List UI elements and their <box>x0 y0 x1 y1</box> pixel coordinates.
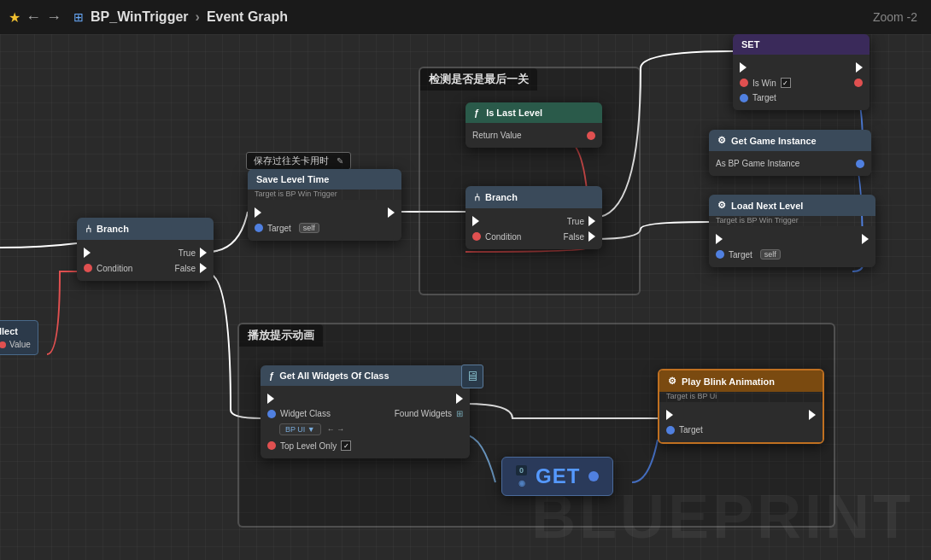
gear-icon: ⚙ <box>717 135 726 146</box>
is-last-return-label: Return Value <box>472 131 522 140</box>
widget-class-pin <box>267 410 276 418</box>
set-iswin-checkbox[interactable]: ✓ <box>781 78 791 88</box>
branch2-false-label: False <box>564 232 584 242</box>
save-comment-text: 保存过往关卡用时 <box>254 155 329 166</box>
get-node-label: GET <box>536 464 580 488</box>
is-last-level-node: ƒ Is Last Level Return Value <box>466 102 602 148</box>
play-blink-header: ⚙ Play Blink Animation <box>659 370 823 392</box>
top-level-checkbox[interactable]: ✓ <box>341 440 351 451</box>
get-widgets-exec-in-pin <box>267 394 274 404</box>
branch1-title: Branch <box>97 224 129 234</box>
get-widgets-exec-out-pin <box>456 394 463 404</box>
get-game-instance-as-row: As BP Game Instance <box>709 156 871 171</box>
widget-class-val-row: BP UI ▼ ← → <box>261 421 470 438</box>
comment-detect-label: 检测是否是最后一关 <box>420 68 537 90</box>
load-target-row: Target self <box>709 247 875 262</box>
function-icon: ƒ <box>474 108 479 118</box>
set-node: SET Is Win ✓ Target <box>733 34 870 110</box>
save-exec-in-pin <box>255 207 261 218</box>
found-widgets-pin: ⊞ <box>456 409 463 418</box>
play-blink-body: Target <box>659 402 823 442</box>
comment-detect: 检测是否是最后一关 <box>419 67 641 295</box>
set-target-row: Target <box>733 90 870 105</box>
branch1-condition-row: Condition False <box>77 260 214 276</box>
set-exec-out-pin <box>856 62 863 73</box>
save-target-pin <box>255 224 263 232</box>
play-blink-sublabel: Target is BP Ui <box>659 392 823 402</box>
play-blink-node: ⚙ Play Blink Animation Target is BP Ui T… <box>658 369 824 444</box>
blueprint-name: BP_WinTrigger <box>91 9 189 25</box>
comment-play-label: 播放提示动画 <box>239 324 323 347</box>
get-game-instance-title: Get Game Instance <box>731 136 817 146</box>
nav-back-icon[interactable]: ← <box>26 9 41 26</box>
load-target-pin <box>716 250 724 259</box>
set-header: SET <box>733 34 870 55</box>
function2-icon: ƒ <box>269 370 274 381</box>
set-iswin-row: Is Win ✓ <box>733 75 870 90</box>
get-node-left: 0 ◉ <box>516 465 527 487</box>
branch1-exec-row: True <box>77 245 214 260</box>
get-game-instance-node: ⚙ Get Game Instance As BP Game Instance <box>709 130 871 176</box>
branch1-header: ⑃ Branch <box>77 218 214 240</box>
branch2-true-label: True <box>567 217 584 226</box>
play-blink-target-label: Target <box>679 425 703 435</box>
load-next-level-node: ⚙ Load Next Level Target is BP Win Trigg… <box>709 195 875 267</box>
save-level-time-body: Target self <box>248 200 401 241</box>
nav-forward-icon[interactable]: → <box>46 9 61 26</box>
widget-class-label: Widget Class <box>280 409 331 418</box>
load-target-self-tag: self <box>760 249 781 260</box>
set-target-label: Target <box>752 93 776 102</box>
save-target-self-tag: self <box>299 223 319 233</box>
set-iswin-out-pin <box>854 79 863 87</box>
save-target-row: Target self <box>248 220 401 236</box>
get-widgets-exec-row <box>261 391 470 406</box>
branch2-condition-pin <box>472 232 481 241</box>
branch2-node: ⑃ Branch True Condition False <box>466 186 602 249</box>
set-title: SET <box>741 39 759 50</box>
screen-icon: 🖥 <box>461 365 483 388</box>
branch1-condition-label: Condition <box>97 264 132 273</box>
get-node-index: 0 <box>516 465 527 475</box>
branch1-true-label: True <box>179 248 196 258</box>
play-blink-exec-row <box>659 407 823 423</box>
gear3-icon: ⚙ <box>668 376 676 387</box>
save-comment-label: 保存过往关卡用时 ✎ <box>246 152 351 170</box>
branch1-exec-in-pin <box>84 248 91 258</box>
branch-icon: ⑃ <box>85 223 91 235</box>
header: ★ ← → ⊞ BP_WinTrigger › Event Graph Zoom… <box>0 0 931 34</box>
branch2-false-pin <box>588 231 595 242</box>
top-level-pin <box>267 441 276 450</box>
play-blink-target-row: Target <box>659 423 823 437</box>
set-iswin-pin <box>740 79 748 87</box>
collect-node-partial: llect Value <box>0 320 38 355</box>
play-blink-target-pin <box>666 426 675 435</box>
is-last-return-pin <box>587 131 595 140</box>
branch2-exec-in-pin <box>472 216 479 226</box>
branch2-header: ⑃ Branch <box>466 186 602 208</box>
load-next-sublabel: Target is BP Win Trigger <box>709 216 875 226</box>
top-level-only-row: Top Level Only ✓ <box>261 438 470 453</box>
found-widgets-label: Found Widgets <box>395 409 452 418</box>
save-level-time-node: Save Level Time Target is BP Win Trigger… <box>248 169 401 241</box>
is-last-level-body: Return Value <box>466 123 602 148</box>
load-next-level-title: Load Next Level <box>731 201 803 211</box>
as-bp-pin <box>856 160 864 168</box>
get-all-widgets-node: ƒ Get All Widgets Of Class Widget Class … <box>261 365 470 458</box>
set-iswin-label: Is Win <box>752 79 776 88</box>
branch1-node: ⑃ Branch True Condition False <box>77 218 214 281</box>
get-node-out-pin <box>588 471 599 481</box>
branch2-exec-row: True <box>466 213 602 229</box>
is-last-level-title: Is Last Level <box>486 108 542 118</box>
branch2-true-pin <box>588 216 595 226</box>
play-blink-exec-out-pin <box>809 410 816 420</box>
set-exec-in-pin <box>740 62 747 73</box>
get-node-in-pin: ◉ <box>518 479 525 487</box>
is-last-level-header: ƒ Is Last Level <box>466 102 602 123</box>
bp-ui-tag[interactable]: BP UI ▼ <box>279 423 321 435</box>
gear2-icon: ⚙ <box>717 200 726 211</box>
branch2-condition-label: Condition <box>485 232 521 242</box>
top-level-label: Top Level Only <box>280 441 337 451</box>
breadcrumb-separator: › <box>196 9 200 25</box>
get-game-instance-header: ⚙ Get Game Instance <box>709 130 871 151</box>
get-game-instance-body: As BP Game Instance <box>709 151 871 176</box>
